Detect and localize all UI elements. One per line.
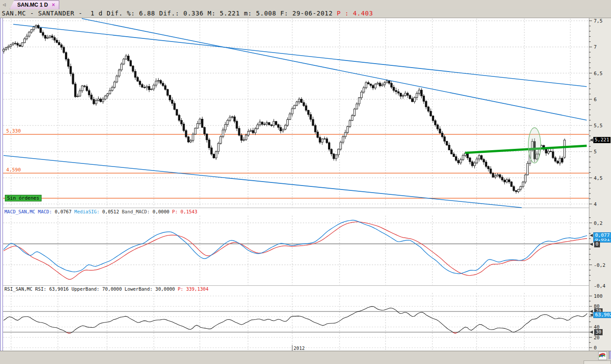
year-label: 2012 (294, 345, 305, 351)
app-logo-icon[interactable] (598, 352, 607, 360)
rsi-label-part-1: P: 339,1304 (178, 286, 209, 292)
date-axis[interactable] (0, 351, 611, 360)
right-edge-partial-widget (609, 351, 611, 359)
macd-band-tag: 0 (594, 241, 600, 247)
macd-label-part-3: 0,0512 (102, 209, 122, 214)
tab-scroll-left-icon[interactable]: ◁ (1, 1, 7, 8)
trading-app-window: ◁ SAN.MC 1 D× SAN.MC - SANTANDER - 1 d D… (0, 0, 611, 364)
no-orders-badge: Sin órdenes (5, 195, 42, 201)
rsi-chart-area[interactable] (3, 292, 589, 351)
macd-label-part-6: P: 0,1543 (172, 209, 197, 214)
macd-label-part-5: 0,0000 (153, 209, 172, 214)
window-bottom-edge (0, 360, 611, 364)
rsi-lowerband-tag: 30 (594, 329, 603, 335)
last-price-tag: 5,221 (593, 137, 611, 143)
bottom-right-corner-box (584, 360, 611, 364)
macd-indicator-label: MACD_SAN,MC MACD: 0,0767 MediaSIG: 0,051… (3, 208, 589, 215)
macd-label-part-4: Band_MACD: (122, 209, 153, 214)
header-ohlc-info: Dif. %: 6.88 Dif.: 0.336 M: 5.221 m: 5.0… (107, 10, 336, 17)
tab-bar: ◁ SAN.MC 1 D× (0, 0, 611, 9)
left-panel-strip (0, 18, 3, 360)
macd-chart-area[interactable] (3, 215, 589, 285)
macd-label-part-0: MACD_SAN,MC MACD: (4, 209, 55, 214)
rsi-label-part-0: RSI_SAN,MC RSI: 63,9016 UpperBand: 70,00… (4, 286, 178, 292)
macd-label-part-1: 0,0767 (55, 209, 74, 214)
rsi-value-tag: 63,902 (593, 312, 611, 318)
rsi-indicator-label: RSI_SAN,MC RSI: 63,9016 UpperBand: 70,00… (3, 285, 589, 292)
macd-label-part-2: MediaSIG: (74, 209, 102, 214)
tab-san-mc-1d[interactable]: SAN.MC 1 D× (10, 0, 59, 9)
right-price-axis[interactable] (589, 18, 611, 351)
chart-header: SAN.MC - SANTANDER - 1 d Dif. %: 6.88 Di… (0, 9, 611, 18)
macd-value-tag: 0,077 (593, 232, 611, 239)
tab-label: SAN.MC 1 D (17, 2, 48, 8)
price-chart-area[interactable] (3, 18, 589, 208)
header-p-value: P : 4.403 (337, 10, 373, 17)
header-symbol-info: SAN.MC - SANTANDER - 1 d (2, 10, 107, 17)
tab-close-icon[interactable]: × (52, 2, 55, 8)
